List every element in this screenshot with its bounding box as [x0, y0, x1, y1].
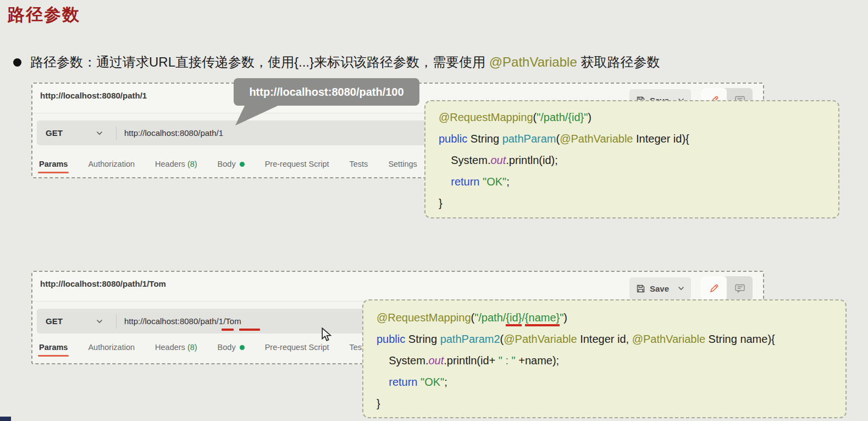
page-title: 路径参数	[8, 3, 80, 26]
divider	[116, 126, 117, 140]
chevron-down-icon[interactable]	[96, 319, 104, 324]
code-line: @RequestMapping("/path/{id}/{name}")	[377, 307, 832, 329]
tab-tests[interactable]: Tests	[349, 160, 369, 173]
request-tab-title[interactable]: http://localhost:8080/path/1/Tom	[40, 279, 166, 288]
mouse-pointer-icon	[321, 327, 333, 344]
code-line: public String pathParam2(@PathVariable I…	[377, 329, 832, 350]
code-line: }	[439, 193, 825, 214]
request-tabs: ParamsAuthorizationHeaders (8)BodyPre-re…	[38, 343, 418, 357]
tab-pre-request-script[interactable]: Pre-request Script	[264, 160, 330, 173]
tab-settings[interactable]: Settings	[387, 160, 418, 173]
url-annotation-underline	[222, 329, 234, 331]
tab-params[interactable]: Params	[38, 160, 69, 173]
request-tabs: ParamsAuthorizationHeaders (8)BodyPre-re…	[38, 160, 418, 173]
code-line: return "OK";	[377, 371, 832, 393]
pathvariable-highlight: @PathVariable	[489, 54, 577, 69]
code-line: @RequestMapping("/path/{id}")	[439, 107, 825, 128]
tab-body[interactable]: Body	[217, 160, 246, 173]
method-select[interactable]: GET	[46, 316, 68, 326]
headers-count-badge: (8)	[185, 160, 197, 168]
tab-authorization[interactable]: Authorization	[87, 160, 136, 173]
body-present-dot-icon	[240, 162, 245, 167]
headers-count-badge: (8)	[185, 343, 197, 352]
save-icon	[636, 284, 645, 293]
pencil-icon	[709, 283, 720, 294]
bullet-point: 路径参数：通过请求URL直接传递参数，使用{...}来标识该路径参数，需要使用 …	[12, 53, 859, 72]
comment-button[interactable]	[727, 276, 753, 300]
body-present-dot-icon	[240, 345, 245, 350]
tab-authorization[interactable]: Authorization	[87, 343, 136, 357]
code-line: }	[377, 393, 832, 414]
code-line: System.out.println(id+ " : " +name);	[377, 350, 832, 371]
code-snippet-1: @RequestMapping("/path/{id}")public Stri…	[424, 100, 839, 218]
tab-body[interactable]: Body	[217, 343, 246, 357]
comment-icon	[734, 283, 745, 293]
bottom-left-artifact	[0, 417, 11, 421]
tab-headers[interactable]: Headers (8)	[154, 160, 198, 173]
chevron-down-icon[interactable]	[96, 131, 104, 135]
code-line: return "OK";	[439, 171, 825, 193]
method-select[interactable]: GET	[46, 128, 68, 138]
code-line: public String pathParam(@PathVariable In…	[439, 128, 825, 150]
edit-button[interactable]	[701, 276, 727, 300]
tab-pre-request-script[interactable]: Pre-request Script	[264, 343, 330, 357]
url-annotation-underline	[239, 329, 260, 331]
divider	[116, 314, 117, 329]
url-tooltip: http://localhost:8080/path/100	[234, 78, 419, 106]
request-action-icons	[701, 276, 753, 300]
tab-params[interactable]: Params	[38, 343, 69, 357]
tab-headers[interactable]: Headers (8)	[154, 343, 198, 357]
url-input[interactable]: http://localhost:8080/path/1/Tom	[124, 316, 241, 326]
code-line: System.out.println(id);	[439, 150, 825, 171]
url-input[interactable]: http://localhost:8080/path/1	[124, 128, 223, 138]
request-tab-title[interactable]: http://localhost:8080/path/1	[40, 91, 147, 100]
save-button[interactable]: Save	[629, 277, 691, 299]
bullet-icon	[13, 58, 21, 67]
chevron-down-icon[interactable]	[678, 286, 684, 291]
code-snippet-2: @RequestMapping("/path/{id}/{name}")publ…	[362, 299, 847, 418]
save-button-label: Save	[650, 284, 669, 293]
bullet-text: 路径参数：通过请求URL直接传递参数，使用{...}来标识该路径参数，需要使用 …	[30, 53, 660, 72]
request-header-2: http://localhost:8080/path/1/Tom Save	[32, 272, 763, 302]
